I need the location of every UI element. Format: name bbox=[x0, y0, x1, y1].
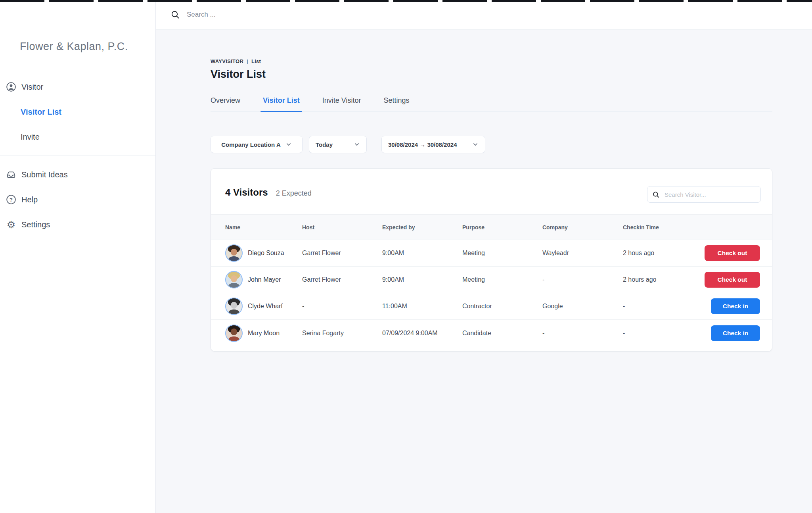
breadcrumb-app: WAYVISITOR bbox=[211, 58, 243, 64]
inbox-icon bbox=[6, 169, 16, 180]
sidebar-item-visitor[interactable]: Visitor bbox=[0, 78, 155, 96]
sidebar-item-label: Invite bbox=[21, 133, 40, 142]
company-cell: - bbox=[542, 330, 623, 337]
period-filter-value: Today bbox=[316, 141, 333, 148]
tab-visitor-list[interactable]: Visitor List bbox=[263, 96, 300, 111]
column-header-expected-by: Expected by bbox=[382, 224, 462, 231]
window-top-edge bbox=[0, 0, 812, 2]
visitor-name: Clyde Wharf bbox=[248, 303, 283, 310]
visitor-name: John Mayer bbox=[248, 276, 281, 283]
expected-by-cell: 07/09/2024 9:00AM bbox=[382, 330, 462, 337]
tab-settings[interactable]: Settings bbox=[383, 96, 409, 111]
global-search-input[interactable] bbox=[187, 11, 425, 19]
table-header: Name Host Expected by Purpose Company Ch… bbox=[211, 214, 772, 240]
visitor-name: Diego Souza bbox=[248, 250, 284, 257]
sidebar-item-visitor-list[interactable]: Visitor List bbox=[0, 103, 155, 121]
check-out-button[interactable]: Check out bbox=[705, 245, 760, 261]
company-cell: Google bbox=[542, 303, 623, 310]
visitor-list-card: 4 Visitors 2 Expected Name Host Expected… bbox=[211, 168, 772, 352]
search-icon bbox=[170, 10, 180, 19]
action-cell: Check out bbox=[703, 272, 760, 288]
sidebar-item-help[interactable]: ? Help bbox=[0, 190, 155, 209]
page-title: Visitor List bbox=[211, 68, 772, 81]
action-cell: Check in bbox=[703, 325, 760, 341]
sidebar-item-submit-ideas[interactable]: Submit Ideas bbox=[0, 165, 155, 184]
checkin-time-cell: - bbox=[623, 303, 703, 310]
checkin-time-cell: 2 hours ago bbox=[623, 276, 703, 283]
visitor-count: 4 Visitors bbox=[225, 187, 268, 198]
date-range-dropdown[interactable]: 30/08/2024 → 30/08/2024 bbox=[381, 136, 485, 153]
sidebar-item-invite[interactable]: Invite bbox=[0, 128, 155, 146]
visitor-avatar bbox=[225, 325, 243, 342]
check-in-button[interactable]: Check in bbox=[711, 298, 760, 314]
host-cell: - bbox=[302, 303, 382, 310]
period-filter-dropdown[interactable]: Today bbox=[309, 136, 367, 153]
purpose-cell: Contractor bbox=[462, 303, 542, 310]
column-header-checkin-time: Checkin Time bbox=[623, 224, 703, 231]
sidebar-item-label: Help bbox=[21, 195, 38, 204]
purpose-cell: Meeting bbox=[462, 276, 542, 283]
search-icon bbox=[652, 191, 660, 198]
table-row: Clyde Wharf-11:00AMContractorGoogle-Chec… bbox=[211, 293, 772, 320]
host-cell: Serina Fogarty bbox=[302, 330, 382, 337]
sidebar-nav: Visitor Visitor List Invite Submit Ideas bbox=[0, 78, 155, 240]
column-header-name: Name bbox=[225, 224, 302, 231]
location-filter-value: Company Location A bbox=[221, 141, 280, 148]
main-content: WAYVISITOR | List Visitor List Overview … bbox=[156, 30, 812, 513]
sidebar-item-label: Visitor List bbox=[21, 108, 61, 117]
visitor-name-cell: Clyde Wharf bbox=[225, 298, 302, 315]
sidebar: Flower & Kaplan, P.C. Visitor Visitor Li… bbox=[0, 0, 156, 513]
visitor-avatar bbox=[225, 271, 243, 288]
chevron-down-icon bbox=[354, 141, 360, 148]
checkin-time-cell: - bbox=[623, 330, 703, 337]
checkin-time-cell: 2 hous ago bbox=[623, 250, 703, 257]
sidebar-divider bbox=[0, 156, 155, 156]
company-cell: - bbox=[542, 276, 623, 283]
action-cell: Check in bbox=[703, 298, 760, 314]
visitor-avatar bbox=[225, 244, 243, 262]
table-row: Mary MoonSerina Fogarty07/09/2024 9:00AM… bbox=[211, 320, 772, 346]
check-out-button[interactable]: Check out bbox=[705, 272, 760, 288]
visitor-card-header: 4 Visitors 2 Expected bbox=[211, 169, 772, 214]
person-circle-icon bbox=[6, 82, 16, 92]
column-header-company: Company bbox=[542, 224, 623, 231]
date-range-value: 30/08/2024 → 30/08/2024 bbox=[388, 141, 457, 148]
company-name: Flower & Kaplan, P.C. bbox=[20, 40, 128, 53]
breadcrumb-page: List bbox=[251, 58, 261, 64]
purpose-cell: Candidate bbox=[462, 330, 542, 337]
location-filter-dropdown[interactable]: Company Location A bbox=[211, 136, 303, 153]
purpose-cell: Meeting bbox=[462, 250, 542, 257]
help-circle-icon: ? bbox=[6, 194, 16, 205]
visitor-name-cell: Diego Souza bbox=[225, 244, 302, 262]
action-cell: Check out bbox=[703, 245, 760, 261]
topbar bbox=[156, 0, 812, 30]
tab-bar: Overview Visitor List Invite Visitor Set… bbox=[211, 96, 772, 112]
svg-text:?: ? bbox=[10, 197, 13, 203]
expected-by-cell: 9:00AM bbox=[382, 276, 462, 283]
chevron-down-icon bbox=[472, 141, 479, 148]
column-header-host: Host bbox=[302, 224, 382, 231]
sidebar-item-label: Submit Ideas bbox=[21, 170, 68, 179]
column-header-purpose: Purpose bbox=[462, 224, 542, 231]
filter-bar: Company Location A Today 30/08/2024 → 30… bbox=[211, 136, 772, 153]
host-cell: Garret Flower bbox=[302, 276, 382, 283]
breadcrumb-separator: | bbox=[247, 58, 248, 64]
host-cell: Garret Flower bbox=[302, 250, 382, 257]
company-cell: Wayleadr bbox=[542, 250, 623, 257]
expected-count: 2 Expected bbox=[276, 189, 312, 198]
chevron-down-icon bbox=[285, 141, 292, 148]
visitor-name-cell: Mary Moon bbox=[225, 325, 302, 342]
sidebar-item-settings[interactable]: ⚙ Settings bbox=[0, 215, 155, 234]
filter-divider bbox=[374, 138, 374, 150]
table-body: Diego SouzaGarret Flower9:00AMMeetingWay… bbox=[211, 240, 772, 346]
breadcrumb: WAYVISITOR | List bbox=[211, 58, 772, 64]
sidebar-item-label: Visitor bbox=[21, 83, 43, 92]
visitor-search-box[interactable] bbox=[647, 186, 761, 203]
sidebar-item-label: Settings bbox=[21, 220, 50, 229]
table-row: Diego SouzaGarret Flower9:00AMMeetingWay… bbox=[211, 240, 772, 267]
check-in-button[interactable]: Check in bbox=[711, 325, 760, 341]
visitor-name-cell: John Mayer bbox=[225, 271, 302, 288]
visitor-search-input[interactable] bbox=[665, 191, 748, 198]
tab-invite-visitor[interactable]: Invite Visitor bbox=[322, 96, 361, 111]
tab-overview[interactable]: Overview bbox=[211, 96, 240, 111]
